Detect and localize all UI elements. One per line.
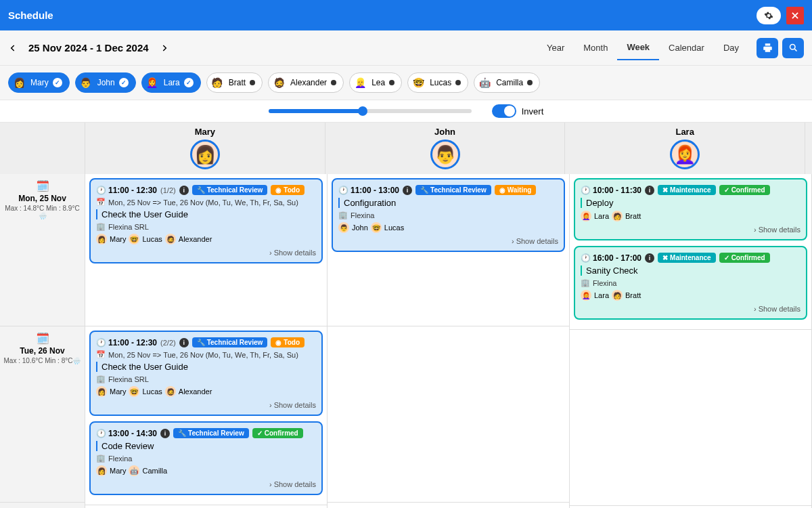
settings-button[interactable] <box>757 7 781 24</box>
event-card[interactable]: 🕐 16:00 - 17:00 i ✖ Maintenance ✓ Confir… <box>574 246 807 320</box>
check-icon: ✓ <box>184 78 194 87</box>
event-title: Check the User Guide <box>96 209 316 219</box>
clock-icon: 🕐 11:00 - 12:30 <box>96 186 157 195</box>
assignees: 👩Mary 🤓Lucas 🧔Alexander <box>96 234 316 245</box>
check-icon: ✓ <box>53 78 62 87</box>
app-title: Schedule <box>8 9 53 21</box>
close-button[interactable] <box>786 7 804 24</box>
event-card[interactable]: 🕐 11:00 - 12:30 (2/2) i 🔧 Technical Revi… <box>89 331 323 416</box>
info-icon[interactable]: i <box>645 253 654 263</box>
show-details-link[interactable]: › Show details <box>338 237 558 245</box>
chip-alexander[interactable]: 🧔Alexander <box>268 72 344 93</box>
next-button[interactable] <box>160 43 169 53</box>
chip-lucas[interactable]: 🤓Lucas <box>407 72 468 93</box>
svg-point-0 <box>790 45 795 50</box>
search-button[interactable] <box>782 38 804 58</box>
event-card[interactable]: 🕐 13:00 - 14:30 i 🔧 Technical Review ✓ C… <box>89 421 323 495</box>
category-badge: 🔧 Technical Review <box>192 185 268 195</box>
zoom-row: Invert <box>0 100 812 123</box>
event-card[interactable]: 🕐 11:00 - 13:00 i 🔧 Technical Review ◉ W… <box>332 178 565 252</box>
tab-year[interactable]: Year <box>537 36 574 60</box>
info-icon[interactable]: i <box>403 186 412 195</box>
calendar-icon: 🗓️ <box>3 332 82 345</box>
tab-calendar[interactable]: Calendar <box>659 36 714 60</box>
prev-button[interactable] <box>8 43 18 53</box>
col-header-mary: Mary👩 <box>85 123 325 174</box>
chip-john[interactable]: 👨John✓ <box>75 72 136 93</box>
zoom-slider[interactable] <box>269 109 472 113</box>
calendar-icon: 🗓️ <box>3 179 82 192</box>
tab-month[interactable]: Month <box>574 36 617 60</box>
chip-lea[interactable]: 👱‍♀️Lea <box>349 72 402 93</box>
chip-camilla[interactable]: 🤖Camilla <box>474 72 540 93</box>
status-badge: ◉ Todo <box>271 185 304 195</box>
invert-label: Invert <box>522 106 544 117</box>
chip-mary[interactable]: 👩Mary✓ <box>8 72 70 93</box>
toolbar: 25 Nov 2024 - 1 Dec 2024 Year Month Week… <box>0 30 812 66</box>
col-header-john: John👨 <box>325 123 566 174</box>
view-tabs: Year Month Week Calendar Day <box>537 35 748 60</box>
org: 🏢 Flexina SRL <box>96 222 316 231</box>
event-card[interactable]: 🕐 10:00 - 11:30 i ✖ Maintenance ✓ Confir… <box>574 178 807 240</box>
people-filter: 👩Mary✓ 👨John✓ 👩‍🦰Lara✓ 🧑Bratt 🧔Alexander… <box>0 66 812 100</box>
chip-bratt[interactable]: 🧑Bratt <box>206 72 263 93</box>
top-bar: Schedule <box>0 0 812 30</box>
check-icon: ✓ <box>119 78 129 87</box>
info-icon[interactable]: i <box>179 186 189 195</box>
show-details-link[interactable]: › Show details <box>96 249 316 257</box>
recurrence: 📅 Mon, 25 Nov => Tue, 26 Nov (Mo, Tu, We… <box>96 198 316 207</box>
print-button[interactable] <box>757 38 778 58</box>
show-details-link[interactable]: › Show details <box>96 401 316 409</box>
event-card[interactable]: 🕐 11:00 - 12:30 (1/2) i 🔧 Technical Revi… <box>89 178 323 263</box>
invert-toggle[interactable] <box>492 104 516 118</box>
chip-lara[interactable]: 👩‍🦰Lara✓ <box>141 72 201 93</box>
info-icon[interactable]: i <box>179 338 189 347</box>
show-details-link[interactable]: › Show details <box>581 305 800 313</box>
show-details-link[interactable]: › Show details <box>96 480 316 488</box>
tab-day[interactable]: Day <box>714 36 748 60</box>
schedule-grid: Mary👩 John👨 Lara👩‍🦰 🗓️ Mon, 25 Nov Max :… <box>0 123 812 508</box>
info-icon[interactable]: i <box>645 186 654 195</box>
day-cell-tue: 🗓️ Tue, 26 Nov Max : 10.6°C Min : 8°C🌧️ <box>0 326 85 503</box>
tab-week[interactable]: Week <box>617 35 659 60</box>
day-cell-mon: 🗓️ Mon, 25 Nov Max : 14.8°C Min : 8.9°C🌧… <box>0 174 85 326</box>
col-header-lara: Lara👩‍🦰 <box>565 123 805 174</box>
info-icon[interactable]: i <box>160 429 170 438</box>
date-range: 25 Nov 2024 - 1 Dec 2024 <box>28 42 149 54</box>
show-details-link[interactable]: › Show details <box>581 226 800 234</box>
